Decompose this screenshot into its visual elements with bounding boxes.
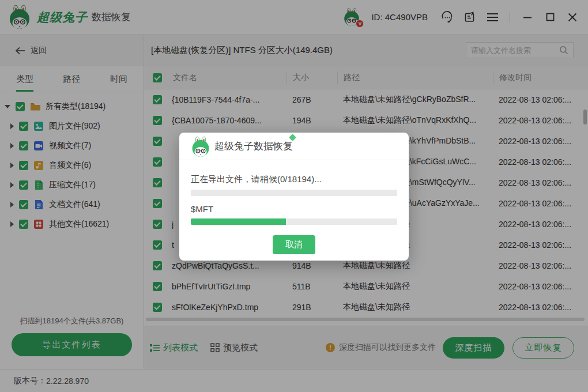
dialog-header: 超级兔子数据恢复 (179, 133, 409, 160)
app-window: 超级兔子 数据恢复 V ID: 4C490VPB (0, 0, 588, 392)
export-status-message: 正在导出文件，请稍候(0/18194)... (191, 174, 397, 185)
file-progress-fill (191, 218, 286, 225)
overall-progress-bar (191, 190, 397, 196)
dialog-title: 超级兔子数据恢复 (214, 140, 293, 153)
dialog-rabbit-logo-icon (191, 136, 210, 158)
file-progress-bar (191, 218, 397, 225)
cancel-button[interactable]: 取消 (273, 235, 315, 254)
current-file-label: $MFT (191, 204, 397, 214)
export-progress-dialog: 超级兔子数据恢复 正在导出文件，请稍候(0/18194)... $MFT 取消 (179, 133, 409, 261)
